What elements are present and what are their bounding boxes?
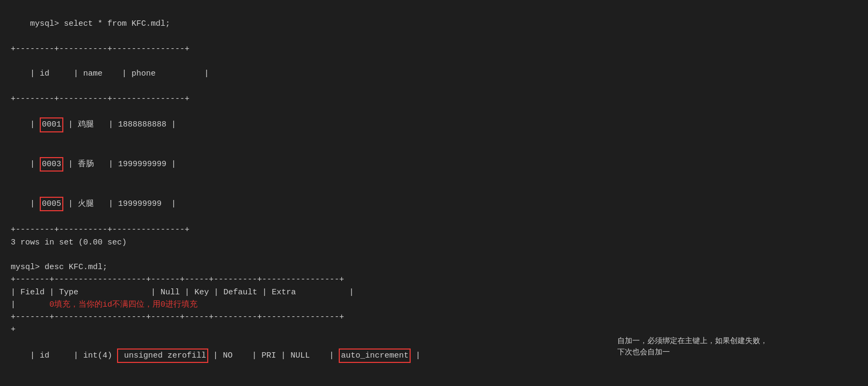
pipe: |: [276, 351, 290, 360]
table-header-row: | id | name | phone |: [11, 55, 857, 93]
pipe: |: [63, 199, 78, 209]
pipe: |: [30, 199, 40, 209]
pipe: |: [30, 351, 40, 360]
desc-top-border: +-------+-------------------+------+----…: [11, 273, 857, 286]
id-key-pri: PRI: [261, 351, 276, 360]
cell-name-2: 香肠: [78, 160, 94, 169]
cell-phone-2: 1999999999: [118, 160, 166, 169]
pipe: |: [30, 160, 40, 169]
spacer: |: [94, 120, 118, 129]
col-key: Key: [194, 288, 209, 297]
id-type-int: int(4): [83, 351, 117, 360]
col-type: Type: [59, 288, 146, 297]
id-unsigned-zerofill: unsigned zerofill: [117, 348, 208, 363]
pipe: |: [30, 69, 40, 78]
cell-id-0003: 0003: [40, 157, 63, 172]
col-extra: Extra: [272, 288, 344, 297]
id-extra-auto-increment: auto_increment: [339, 348, 411, 363]
spacer: |: [94, 199, 118, 209]
id-field: id: [40, 351, 69, 360]
col-phone-header: phone: [132, 69, 185, 78]
table-top-border: +--------+----------+---------------+: [11, 43, 857, 55]
cell-name-3: 火腿: [78, 199, 94, 209]
pipe: |: [324, 351, 339, 360]
pipe: |: [166, 120, 176, 129]
cell-id-0005: 0005: [40, 197, 63, 211]
pipe: |: [30, 120, 40, 129]
table-bottom-border: +--------+----------+---------------+: [11, 224, 857, 236]
table-row-2: | 0003 | 香肠 | 1999999999 |: [11, 145, 857, 184]
spacer: |: [94, 160, 118, 169]
terminal: mysql> select * from KFC.mdl; +--------+…: [0, 0, 868, 386]
id-default: NULL: [290, 351, 324, 360]
auto-increment-annotation: 自加一，必须绑定在主键上，如果创建失败，下次也会自加一: [617, 335, 832, 358]
prompt: mysql> select * from KFC.mdl;: [30, 19, 170, 28]
col-field: Field: [20, 288, 45, 297]
pipe: |: [63, 120, 78, 129]
cell-name-1: 鸡腿: [78, 120, 94, 129]
table-row-1: | 0001 | 鸡腿 | 1888888888 |: [11, 105, 857, 145]
zerofill-annotation: | 0填充，当你的id不满四位，用0进行填充: [11, 299, 857, 311]
pipe: |: [185, 69, 209, 78]
pipe: |: [166, 160, 176, 169]
col-name-header: name: [83, 69, 112, 78]
select-command: mysql> select * from KFC.mdl;: [11, 5, 857, 43]
zerofill-text: 0填充，当你的id不满四位，用0进行填充: [49, 300, 198, 309]
col-null: Null: [161, 288, 180, 297]
id-null: NO: [223, 351, 242, 360]
desc-command: mysql> desc KFC.mdl;: [11, 261, 857, 273]
desc-border-plus: +: [11, 323, 857, 336]
result-info-1: 3 rows in set (0.00 sec): [11, 236, 857, 249]
cell-phone-1: 1888888888: [118, 120, 166, 129]
cell-id-0001: 0001: [40, 117, 63, 132]
pipe: |: [162, 199, 176, 209]
empty-line-1: [11, 249, 857, 261]
pipe: |: [69, 351, 83, 360]
table-header-border: +--------+----------+---------------+: [11, 93, 857, 105]
pipe: |: [63, 160, 78, 169]
desc-row-id: | id | int(4) unsigned zerofill | NO | P…: [11, 336, 857, 387]
pipe: |: [208, 351, 223, 360]
col-id-header: id: [40, 69, 64, 78]
desc-header-border: +-------+-------------------+------+----…: [11, 311, 857, 323]
pipe: |: [64, 69, 83, 78]
col-default: Default: [223, 288, 257, 297]
cell-phone-3: 199999999: [118, 199, 162, 209]
pipe: |: [112, 69, 132, 78]
pipe: |: [242, 351, 261, 360]
desc-header-row: | Field | Type | Null | Key | Default | …: [11, 286, 857, 299]
table-row-3: | 0005 | 火腿 | 199999999 |: [11, 184, 857, 224]
pipe: |: [411, 351, 420, 360]
